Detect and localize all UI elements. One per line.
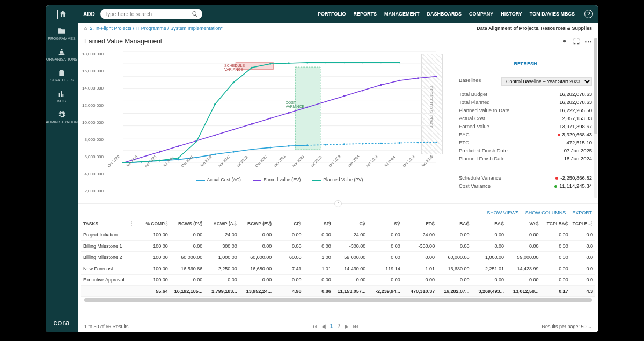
data-table: TASKS⋮% COMP...⋮BCWS (PV)⋮ACWP (A...⋮BCW… <box>78 218 598 320</box>
svg-point-48 <box>435 76 437 77</box>
svg-point-37 <box>233 129 235 130</box>
column-menu-icon[interactable]: ⋮ <box>129 220 134 226</box>
column-menu-icon[interactable]: ⋮ <box>233 220 238 226</box>
table-row[interactable]: Billing Milestone 2100.0060,000.001,000.… <box>81 252 595 263</box>
show-views-link[interactable]: SHOW VIEWS <box>487 210 519 216</box>
search-box[interactable] <box>100 9 202 19</box>
chart: 18,000,00016,000,00014,000,000 12,000,00… <box>78 48 452 203</box>
nav-management[interactable]: MANAGEMENT <box>384 11 420 17</box>
svg-point-56 <box>251 66 253 68</box>
column-menu-icon[interactable]: ⋮ <box>535 220 540 226</box>
last-page-icon[interactable]: ⏭ <box>353 323 358 329</box>
nav-reports[interactable]: REPORTS <box>353 11 377 17</box>
svg-point-63 <box>380 62 382 63</box>
page-1[interactable]: 1 <box>330 323 333 329</box>
page-title: Earned Value Management <box>84 38 162 45</box>
more-icon[interactable]: ⋯ <box>584 38 592 45</box>
svg-point-51 <box>159 160 160 161</box>
export-link[interactable]: EXPORT <box>572 210 592 216</box>
table-row[interactable]: New Forecast100.0016,560.862,250.0016,68… <box>81 263 595 275</box>
help-icon[interactable]: ? <box>584 10 593 18</box>
svg-point-60 <box>325 62 326 63</box>
sidebar-item-programmes[interactable]: PROGRAMMES <box>48 27 75 40</box>
nav-history[interactable]: HISTORY <box>501 11 522 17</box>
svg-point-38 <box>251 123 253 125</box>
column-menu-icon[interactable]: ⋮ <box>430 220 436 226</box>
fullscreen-icon[interactable] <box>573 38 580 45</box>
first-page-icon[interactable]: ⏮ <box>312 323 317 329</box>
footer: 1 to 50 of 66 Results ⏮ ◀ 1 2 ▶ ⏭ Result… <box>78 320 598 332</box>
column-menu-icon[interactable]: ⋮ <box>500 220 505 226</box>
org-icon <box>57 48 66 56</box>
svg-point-34 <box>177 145 179 147</box>
prev-page-icon[interactable]: ◀ <box>321 323 326 329</box>
column-menu-icon[interactable]: ⋮ <box>297 220 302 226</box>
svg-point-40 <box>288 112 290 114</box>
column-menu-icon[interactable]: ⋮ <box>267 220 273 226</box>
horizontal-scrollbar[interactable] <box>84 298 592 302</box>
svg-point-57 <box>269 63 271 65</box>
column-menu-icon[interactable]: ⋮ <box>164 220 169 226</box>
search-input[interactable] <box>105 11 192 17</box>
table-actions: SHOW VIEWS SHOW COLUMNS EXPORT <box>78 207 598 218</box>
brand-logo: cora <box>53 318 70 327</box>
sidebar-item-kpis[interactable]: KPIS <box>57 90 66 103</box>
breadcrumb-path[interactable]: 2. In-Flight Projects / IT Programme / S… <box>90 26 222 31</box>
x-axis: Oct 2020Jan 2021Apr 2021Jul 2021Oct 2021… <box>107 165 452 178</box>
nav-dashboards[interactable]: DASHBOARDS <box>427 11 462 17</box>
column-menu-icon[interactable]: ⋮ <box>361 220 367 226</box>
svg-point-28 <box>399 142 400 144</box>
pager: ⏮ ◀ 1 2 ▶ ⏭ <box>312 323 358 329</box>
column-menu-icon[interactable]: ⋮ <box>198 220 203 226</box>
refresh-link[interactable]: REFRESH <box>459 61 592 66</box>
show-columns-link[interactable]: SHOW COLUMNS <box>525 210 566 216</box>
svg-point-18 <box>233 151 235 153</box>
settings-icon[interactable] <box>561 38 568 45</box>
nav-links: PORTFOLIO REPORTS MANAGEMENT DASHBOARDS … <box>318 11 575 17</box>
svg-point-43 <box>343 95 345 97</box>
svg-rect-11 <box>295 67 320 150</box>
svg-point-19 <box>251 149 253 150</box>
svg-point-33 <box>159 151 160 153</box>
svg-point-41 <box>306 106 308 108</box>
results-per-page[interactable]: Results per page: 50 ⌄ <box>541 324 592 329</box>
svg-point-29 <box>417 142 419 143</box>
svg-point-62 <box>362 62 363 63</box>
svg-point-61 <box>343 62 345 63</box>
svg-point-49 <box>122 162 123 163</box>
svg-rect-10 <box>236 63 273 69</box>
svg-point-25 <box>343 143 345 145</box>
page-2[interactable]: 2 <box>337 323 340 329</box>
table-row[interactable]: Project Initiation100.000.0024.000.000.0… <box>81 229 595 241</box>
column-menu-icon[interactable]: ⋮ <box>564 220 569 226</box>
results-count: 1 to 50 of 66 Results <box>84 324 129 329</box>
search-icon <box>192 11 198 17</box>
nav-company[interactable]: COMPANY <box>469 11 493 17</box>
nav-portfolio[interactable]: PORTFOLIO <box>318 11 346 17</box>
y-axis: 18,000,00016,000,00014,000,000 12,000,00… <box>78 51 106 194</box>
column-menu-icon[interactable]: ⋮ <box>396 220 401 226</box>
home-crumb-icon[interactable]: ⌂ <box>84 26 87 31</box>
next-page-icon[interactable]: ▶ <box>345 323 349 329</box>
vertical-scrollbar[interactable] <box>594 38 597 198</box>
sidebar-item-home[interactable] <box>57 10 67 19</box>
column-menu-icon[interactable]: ⋮ <box>465 220 471 226</box>
table-row[interactable]: Billing Milestone 1100.000.00300.000.000… <box>81 241 595 252</box>
clipboard-icon <box>57 69 66 77</box>
column-menu-icon[interactable]: ⋮ <box>327 220 332 226</box>
baseline-select[interactable]: Control Baseline – Year Start 2023 <box>501 77 592 86</box>
sidebar-item-organisations[interactable]: ORGANISATIONS <box>46 48 77 61</box>
nav-user[interactable]: TOM DAVIES MBCS <box>530 11 575 17</box>
svg-point-39 <box>269 117 271 119</box>
svg-point-50 <box>141 161 142 162</box>
table-row[interactable]: Executive Approval100.000.000.000.000.00… <box>81 275 595 286</box>
sidebar-item-strategies[interactable]: STRATEGIES <box>50 69 74 82</box>
add-button[interactable]: ADD <box>83 11 95 17</box>
column-menu-icon[interactable]: ⋮ <box>589 220 594 226</box>
breadcrumb-right: Data Alignment of Projects, Resources & … <box>477 26 592 31</box>
sidebar-item-administration[interactable]: ADMINISTRATION <box>46 110 77 124</box>
svg-point-44 <box>362 90 363 91</box>
svg-point-46 <box>399 80 400 81</box>
sidebar: PROGRAMMES ORGANISATIONS STRATEGIES KPIS… <box>46 5 78 332</box>
breadcrumb: ⌂ 2. In-Flight Projects / IT Programme /… <box>78 23 598 34</box>
